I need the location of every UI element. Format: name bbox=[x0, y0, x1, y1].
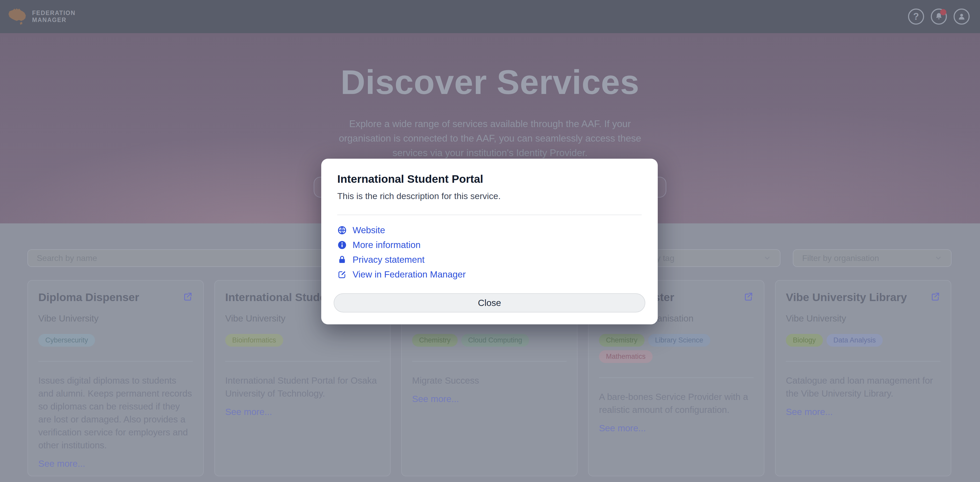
see-more-link[interactable]: See more... bbox=[412, 394, 459, 404]
question-mark-icon: ? bbox=[913, 11, 919, 22]
service-description: Migrate Success bbox=[412, 374, 566, 387]
external-link-icon[interactable] bbox=[930, 291, 940, 302]
discover-services-page: FEDERATION MANAGER ? bbox=[0, 0, 980, 482]
card-divider bbox=[225, 361, 380, 362]
card-divider bbox=[599, 377, 754, 378]
service-card-diploma-dispenser: Diploma Dispenser Vibe University Cybers… bbox=[27, 280, 204, 476]
see-more-link[interactable]: See more... bbox=[38, 458, 85, 469]
modal-divider bbox=[337, 215, 642, 215]
brand-logo: FEDERATION MANAGER bbox=[6, 6, 76, 27]
service-tags: Cybersecurity bbox=[38, 334, 193, 347]
tag-pill: Cybersecurity bbox=[38, 334, 95, 347]
see-more-link[interactable]: See more... bbox=[599, 423, 646, 433]
service-description: Catalogue and loan management for the Vi… bbox=[786, 374, 940, 400]
globe-icon bbox=[337, 226, 347, 235]
service-description: International Student Portal for Osaka U… bbox=[225, 374, 380, 400]
website-link[interactable]: Website bbox=[353, 225, 385, 235]
app-header: FEDERATION MANAGER ? bbox=[0, 0, 980, 33]
service-card-vibe-university-library: Vibe University Library Vibe University … bbox=[775, 280, 951, 476]
tag-pill: Chemistry bbox=[412, 334, 458, 347]
service-description: A bare-bones Service Provider with a rea… bbox=[599, 390, 754, 416]
card-divider bbox=[412, 361, 566, 362]
tag-pill: Biology bbox=[786, 334, 823, 347]
view-in-federation-manager-link-item[interactable]: View in Federation Manager bbox=[337, 269, 642, 280]
more-information-link-item[interactable]: More information bbox=[337, 239, 642, 251]
page-subtitle: Explore a wide range of services availab… bbox=[0, 117, 980, 160]
external-link-icon[interactable] bbox=[183, 291, 193, 302]
lock-icon bbox=[337, 255, 347, 264]
notifications-button[interactable] bbox=[931, 8, 947, 25]
privacy-statement-link[interactable]: Privacy statement bbox=[353, 255, 425, 265]
see-more-link[interactable]: See more... bbox=[225, 407, 272, 417]
service-description: Issues digital diplomas to students and … bbox=[38, 374, 193, 452]
brand-name: FEDERATION MANAGER bbox=[32, 10, 76, 24]
tag-pill: Data Analysis bbox=[827, 334, 883, 347]
page-title: Discover Services bbox=[0, 33, 980, 102]
notification-badge bbox=[940, 9, 947, 15]
card-divider bbox=[786, 361, 940, 362]
modal-links: Website More information Privacy stateme… bbox=[337, 224, 642, 280]
help-button[interactable]: ? bbox=[908, 8, 924, 25]
close-button[interactable]: Close bbox=[334, 293, 645, 312]
service-organisation: Vibe University bbox=[38, 313, 193, 324]
modal-description: This is the rich description for this se… bbox=[337, 191, 642, 201]
chevron-down-icon bbox=[934, 254, 942, 262]
account-button[interactable] bbox=[954, 8, 970, 25]
more-information-link[interactable]: More information bbox=[353, 240, 421, 250]
service-detail-modal: International Student Portal This is the… bbox=[321, 159, 658, 325]
service-tags: Bioinformatics bbox=[225, 334, 380, 347]
chevron-down-icon bbox=[764, 254, 771, 262]
header-actions: ? bbox=[908, 8, 970, 25]
service-tags: Chemistry Cloud Computing bbox=[412, 334, 566, 347]
modal-title: International Student Portal bbox=[337, 173, 642, 185]
organisation-filter-dropdown[interactable]: Filter by organisation bbox=[793, 249, 951, 267]
user-icon bbox=[957, 12, 967, 21]
tag-pill: Mathematics bbox=[599, 350, 652, 363]
australia-map-icon bbox=[6, 6, 29, 27]
service-title: Vibe University Library bbox=[786, 290, 912, 304]
card-divider bbox=[38, 361, 193, 362]
tag-pill: Bioinformatics bbox=[225, 334, 283, 347]
info-icon bbox=[337, 240, 347, 250]
organisation-filter-placeholder: Filter by organisation bbox=[802, 253, 879, 263]
service-organisation: Vibe University bbox=[786, 313, 940, 324]
view-in-federation-manager-link[interactable]: View in Federation Manager bbox=[353, 269, 466, 280]
privacy-statement-link-item[interactable]: Privacy statement bbox=[337, 254, 642, 265]
tag-pill: Chemistry bbox=[599, 334, 644, 347]
tag-pill: Cloud Computing bbox=[461, 334, 529, 347]
service-tags: Biology Data Analysis bbox=[786, 334, 940, 347]
tag-pill: Library Science bbox=[648, 334, 710, 347]
service-title: Diploma Dispenser bbox=[38, 290, 145, 304]
external-link-icon[interactable] bbox=[743, 291, 754, 302]
edit-square-icon bbox=[337, 270, 347, 279]
service-tags: Chemistry Library Science Mathematics bbox=[599, 334, 754, 363]
website-link-item[interactable]: Website bbox=[337, 224, 642, 236]
see-more-link[interactable]: See more... bbox=[786, 407, 833, 417]
